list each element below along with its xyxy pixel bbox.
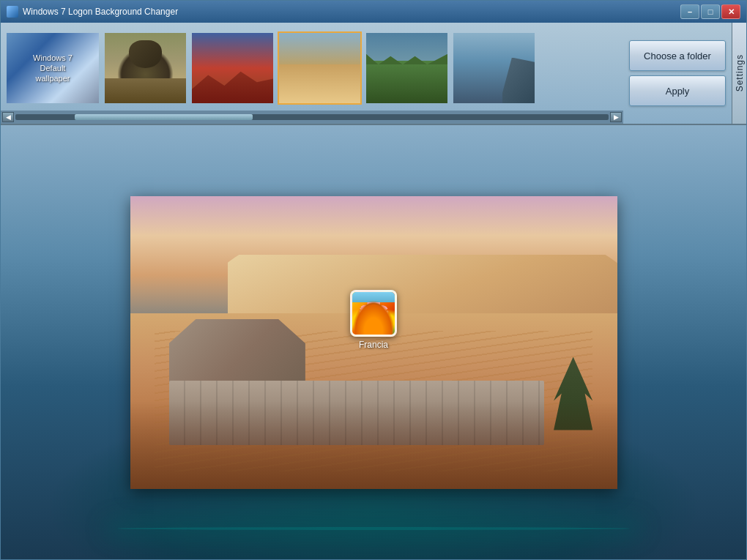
icon-flower xyxy=(352,300,395,334)
user-icon-box xyxy=(350,290,397,337)
main-content: Francia xyxy=(1,125,746,559)
title-bar-text: Windows 7 Logon Background Changer xyxy=(23,7,680,17)
preview-background: Francia xyxy=(130,196,617,489)
thumbnail-mountain[interactable] xyxy=(190,31,275,105)
toolbar: Windows 7 Default wallpaper xyxy=(1,23,746,125)
thumbnail-elephant[interactable] xyxy=(103,31,187,105)
thumbnail-coastal[interactable] xyxy=(452,31,536,105)
scroll-thumb[interactable] xyxy=(75,114,253,120)
thumb-green-bg xyxy=(366,33,447,103)
scroll-track xyxy=(15,114,609,120)
thumb-mountain-bg xyxy=(192,33,273,103)
apply-button[interactable]: Apply xyxy=(629,75,726,106)
maximize-button[interactable]: □ xyxy=(701,4,720,19)
thumb-default-label: Windows 7 Default wallpaper xyxy=(33,53,73,84)
title-bar-buttons: – □ ✕ xyxy=(680,4,740,19)
toolbar-buttons: Choose a folder Apply xyxy=(623,23,732,124)
thumbnail-green[interactable] xyxy=(365,31,449,105)
thumbnail-scrollbar: ◀ ▶ xyxy=(1,111,623,124)
user-name-label: Francia xyxy=(359,340,388,350)
app-icon xyxy=(7,6,18,18)
user-icon-container: Francia xyxy=(350,290,397,350)
choose-folder-button[interactable]: Choose a folder xyxy=(629,40,726,71)
settings-label: Settings xyxy=(735,54,745,92)
thumb-coastal-bg xyxy=(453,33,535,103)
preview-frame: Francia xyxy=(130,196,617,489)
thumbnail-default[interactable]: Windows 7 Default wallpaper xyxy=(5,31,100,105)
scroll-left-button[interactable]: ◀ xyxy=(2,112,14,122)
thumbnails-row: Windows 7 Default wallpaper xyxy=(1,23,623,111)
close-button[interactable]: ✕ xyxy=(721,4,740,19)
settings-tab[interactable]: Settings xyxy=(732,23,746,124)
main-window: Windows 7 Logon Background Changer – □ ✕… xyxy=(0,0,747,560)
thumbnail-desert[interactable] xyxy=(278,31,362,105)
thumbnail-strip: Windows 7 Default wallpaper xyxy=(1,23,623,124)
minimize-button[interactable]: – xyxy=(680,4,699,19)
preview-shadow xyxy=(130,401,617,489)
thumb-elephant-bg xyxy=(105,33,186,103)
scroll-right-button[interactable]: ▶ xyxy=(610,112,622,122)
title-bar: Windows 7 Logon Background Changer – □ ✕ xyxy=(1,1,746,23)
thumb-default-bg: Windows 7 Default wallpaper xyxy=(7,33,99,103)
thumb-desert-bg xyxy=(279,33,360,103)
